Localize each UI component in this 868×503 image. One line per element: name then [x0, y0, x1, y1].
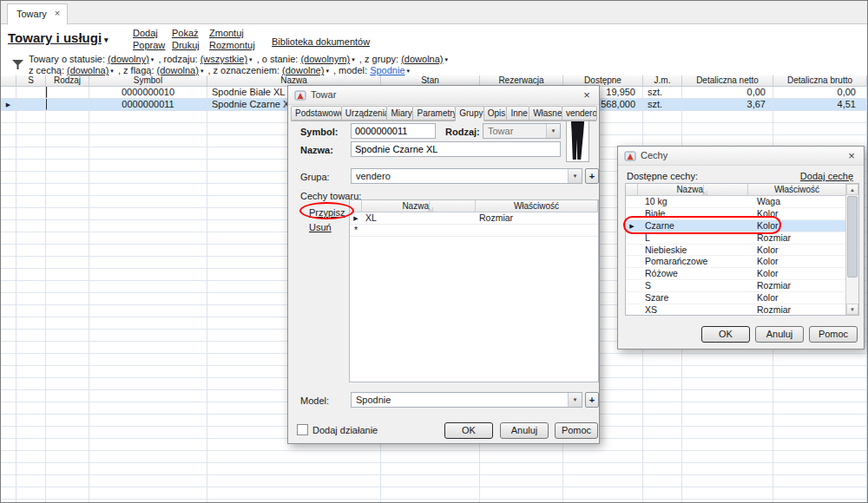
- tab-close-icon[interactable]: ×: [55, 9, 60, 24]
- header-label: Nazwa: [402, 201, 430, 211]
- grid-row[interactable]: ▶ XL Rozmiar: [350, 212, 598, 225]
- biblioteka-dokumentow-link[interactable]: Biblioteka dokumentów: [272, 36, 370, 47]
- ok-button[interactable]: OK: [444, 422, 493, 439]
- anuluj-button[interactable]: Anuluj: [500, 422, 549, 439]
- close-icon[interactable]: ×: [844, 149, 859, 163]
- cell-rodzaj: [46, 87, 89, 99]
- header-s[interactable]: S: [16, 75, 46, 86]
- dodaj-ceche-link[interactable]: Dodaj cechę: [800, 171, 853, 181]
- dialog-title: Towar: [311, 89, 336, 100]
- filter-flaga-link[interactable]: (dowolna): [157, 65, 199, 75]
- page-title[interactable]: Towary i usługi▾: [8, 30, 108, 45]
- cell-jm: szt.: [643, 87, 682, 99]
- drukuj-link[interactable]: Drukuj: [172, 40, 200, 50]
- header-symbol[interactable]: Symbol: [89, 75, 207, 86]
- tab-grupy[interactable]: Grupy: [455, 106, 483, 121]
- header-label: Nazwa: [676, 185, 704, 194]
- header-nazwa[interactable]: Nazwa△: [638, 184, 748, 195]
- tab-opis[interactable]: Opis: [483, 106, 508, 121]
- nazwa-input[interactable]: [351, 141, 561, 157]
- dodaj-link[interactable]: Dodaj: [133, 28, 158, 38]
- filter-status-link[interactable]: (dowolny): [108, 54, 149, 64]
- scrollbar-thumb[interactable]: [847, 196, 858, 278]
- combo-arrow-icon[interactable]: ▼: [568, 393, 582, 407]
- pomoc-button[interactable]: Pomoc: [809, 326, 858, 343]
- header-detaliczna-brutto[interactable]: Detaliczna brutto: [773, 75, 867, 86]
- vertical-scrollbar[interactable]: ▲ ▼: [845, 184, 858, 315]
- header-nazwa[interactable]: Nazwa△: [362, 200, 476, 212]
- row-indicator: [626, 268, 638, 279]
- header-detaliczna-netto[interactable]: Detaliczna netto: [682, 75, 773, 86]
- product-thumbnail[interactable]: [566, 117, 589, 162]
- tab-wlasne[interactable]: Własne: [529, 106, 562, 121]
- model-combo[interactable]: Spodnie ▼: [351, 392, 582, 408]
- filter-grupa-link[interactable]: (dowolna): [401, 54, 443, 64]
- cecha-row[interactable]: S Rozmiar: [626, 280, 846, 292]
- cechy-grid: Nazwa△ Właściwość 10 kg Waga Białe Kolor…: [625, 183, 859, 316]
- filter-funnel-icon[interactable]: [12, 60, 23, 69]
- grid-new-row[interactable]: *: [350, 225, 598, 237]
- cecha-row[interactable]: Czarne Kolor: [626, 220, 846, 232]
- tab-vendero[interactable]: vendero: [562, 106, 597, 121]
- rozmontuj-link[interactable]: Rozmontuj: [209, 40, 255, 50]
- tab-urzadzenia[interactable]: Urządzenia: [341, 106, 388, 121]
- tab-inne[interactable]: Inne: [506, 106, 529, 121]
- row-indicator: [1, 87, 16, 99]
- row-indicator: [626, 232, 638, 244]
- cell-s: [16, 87, 46, 99]
- header-rodzaj[interactable]: Rodzaj: [46, 75, 89, 86]
- close-icon[interactable]: ×: [579, 88, 595, 102]
- symbol-input[interactable]: [351, 123, 436, 139]
- dodaj-dzialanie-checkbox[interactable]: [297, 424, 308, 435]
- grupa-combo[interactable]: vendero ▼: [351, 168, 582, 184]
- usun-link[interactable]: Usuń: [309, 222, 332, 232]
- tab-podstawowe[interactable]: Podstawowe: [291, 106, 342, 121]
- scroll-down-icon[interactable]: ▼: [846, 304, 858, 315]
- symbol-label: Symbol:: [300, 127, 338, 137]
- dialog-titlebar[interactable]: Cechy ×: [618, 147, 864, 166]
- header-wlasciwosc[interactable]: Właściwość: [748, 184, 846, 195]
- grid-header-row[interactable]: Nazwa△ Właściwość: [626, 184, 846, 196]
- rodzaj-value: Towar: [488, 126, 544, 136]
- pokaz-link[interactable]: Pokaż: [172, 28, 199, 38]
- scroll-up-icon[interactable]: ▲: [846, 184, 858, 195]
- przypisz-link[interactable]: Przypisz: [309, 207, 345, 218]
- title-caret-icon: ▾: [104, 36, 108, 44]
- anuluj-button[interactable]: Anuluj: [755, 326, 804, 343]
- tab-parametry[interactable]: Parametry: [412, 106, 456, 121]
- tab-miary[interactable]: Miary: [386, 106, 413, 121]
- app-window: Towary × Towary i usługi▾ Dodaj Popraw P…: [0, 0, 868, 503]
- filter-cecha-link[interactable]: (dowolna): [67, 65, 108, 75]
- cell-wlasciwosc: Kolor: [748, 256, 846, 267]
- cecha-row[interactable]: L Rozmiar: [626, 232, 846, 245]
- header-wlasciwosc[interactable]: Właściwość: [476, 200, 598, 212]
- dialog-titlebar[interactable]: Towar ×: [288, 86, 599, 105]
- filter-oznaczenie-link[interactable]: (dowolne): [282, 65, 324, 75]
- page-title-label: Towary i usługi: [8, 30, 102, 45]
- cecha-row[interactable]: Różowe Kolor: [626, 268, 846, 280]
- cell-wlasciwosc: Rozmiar: [748, 280, 846, 291]
- sort-asc-icon: △: [428, 207, 433, 212]
- cecha-row[interactable]: Pomarańczowe Kolor: [626, 256, 846, 268]
- grid-header-row[interactable]: Nazwa△ Właściwość: [350, 200, 598, 212]
- cecha-row[interactable]: Niebieskie Kolor: [626, 245, 846, 257]
- window-tab-bar: Towary ×: [1, 1, 867, 24]
- popraw-link[interactable]: Popraw: [133, 40, 165, 50]
- pomoc-button[interactable]: Pomoc: [555, 422, 598, 439]
- cecha-row[interactable]: 10 kg Waga: [626, 196, 846, 208]
- add-grupa-button[interactable]: +: [585, 168, 599, 184]
- tab-towary[interactable]: Towary ×: [7, 3, 68, 25]
- filter-rodzaj-link[interactable]: (wszystkie): [201, 54, 247, 64]
- cecha-row[interactable]: Białe Kolor: [626, 208, 846, 220]
- add-model-button[interactable]: +: [585, 392, 599, 408]
- row-indicator: [626, 196, 638, 207]
- cechy-dialog: Cechy × Dostępne cechy: Dodaj cechę Nazw…: [617, 146, 865, 349]
- filter-stan-link[interactable]: (dowolnym): [300, 54, 350, 64]
- cecha-row[interactable]: Szare Kolor: [626, 292, 846, 304]
- zmontuj-link[interactable]: Zmontuj: [209, 28, 244, 38]
- filter-model-link[interactable]: Spodnie: [370, 65, 404, 75]
- cecha-row[interactable]: XS Rozmiar: [626, 304, 846, 316]
- combo-arrow-icon[interactable]: ▼: [568, 169, 582, 183]
- header-jm[interactable]: J.m.: [643, 75, 682, 86]
- ok-button[interactable]: OK: [701, 326, 750, 343]
